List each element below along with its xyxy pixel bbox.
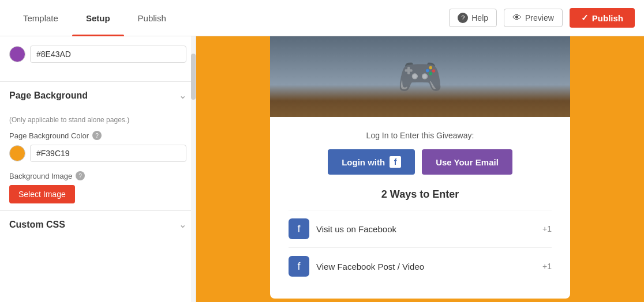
entry-label-1: View Facebook Post / Video [316, 262, 536, 271]
bg-image-help-icon[interactable]: ? [76, 171, 85, 180]
page-background-section-header[interactable]: Page Background ⌄ [0, 81, 196, 109]
entry-list: f Visit us on Facebook +1 f View Faceboo… [289, 210, 552, 285]
bg-color-help-icon[interactable]: ? [92, 131, 102, 140]
top-color-row: #8E43AD [9, 46, 186, 63]
login-with-text: Login with [342, 157, 385, 167]
bg-color-swatch[interactable] [9, 145, 25, 161]
check-icon: ✓ [581, 13, 589, 23]
bg-image-field-label: Background Image ? [9, 171, 186, 180]
facebook-icon: f [390, 156, 401, 168]
question-icon: ? [458, 13, 468, 23]
preview-label: Preview [525, 13, 554, 22]
left-panel: #8E43AD Page Background ⌄ (Only applicab… [0, 36, 196, 302]
facebook-login-button[interactable]: Login with f [328, 149, 415, 175]
top-color-swatch[interactable] [9, 46, 25, 62]
preview-content: Log In to Enter this Giveaway: Login wit… [270, 117, 570, 299]
email-login-button[interactable]: Use Your Email [422, 149, 512, 175]
entry-facebook-icon-0: f [289, 218, 309, 239]
eye-icon: 👁 [512, 13, 522, 23]
entry-points-1: +1 [542, 262, 552, 271]
preview-image [270, 36, 570, 117]
page-background-body: (Only applicable to stand alone pages.) … [0, 109, 196, 210]
top-color-input[interactable]: #8E43AD [30, 46, 186, 63]
tab-template[interactable]: Template [9, 0, 72, 36]
section-note: (Only applicable to stand alone pages.) [9, 116, 186, 124]
custom-css-chevron-icon: ⌄ [179, 219, 186, 230]
login-prompt: Log In to Enter this Giveaway: [289, 131, 552, 140]
custom-css-title: Custom CSS [9, 220, 65, 230]
publish-button[interactable]: ✓ Publish [570, 8, 635, 28]
bg-color-label-text: Page Background Color [9, 131, 89, 140]
ways-to-enter-title: 2 Ways to Enter [289, 188, 552, 201]
help-button[interactable]: ? Help [449, 9, 497, 27]
bg-color-input[interactable]: #F39C19 [30, 145, 186, 162]
login-buttons: Login with f Use Your Email [289, 149, 552, 175]
entry-item-facebook-visit: f Visit us on Facebook +1 [289, 210, 552, 247]
publish-label: Publish [592, 13, 623, 23]
bg-color-row: #F39C19 [9, 145, 186, 162]
gaming-devices-image [270, 36, 570, 117]
nav-tabs: Template Setup Publish [9, 0, 180, 36]
top-bar: Template Setup Publish ? Help 👁 Preview … [0, 0, 644, 36]
preview-button[interactable]: 👁 Preview [504, 9, 563, 27]
bg-image-label-text: Background Image [9, 172, 72, 180]
select-image-button[interactable]: Select Image [9, 185, 75, 203]
scrollbar-track[interactable] [191, 36, 196, 302]
scrollbar-thumb[interactable] [191, 54, 196, 100]
top-bar-actions: ? Help 👁 Preview ✓ Publish [449, 8, 635, 28]
help-label: Help [471, 13, 488, 22]
right-preview: Log In to Enter this Giveaway: Login wit… [196, 36, 644, 302]
entry-facebook-icon-1: f [289, 256, 309, 277]
bg-color-field-label: Page Background Color ? [9, 131, 186, 140]
preview-card: Log In to Enter this Giveaway: Login wit… [270, 36, 570, 299]
custom-css-section-header[interactable]: Custom CSS ⌄ [0, 210, 196, 238]
tab-setup[interactable]: Setup [72, 0, 124, 36]
tab-publish[interactable]: Publish [124, 0, 180, 36]
entry-item-facebook-post: f View Facebook Post / Video +1 [289, 247, 552, 285]
entry-label-0: Visit us on Facebook [316, 224, 536, 234]
chevron-down-icon: ⌄ [179, 90, 186, 101]
entry-points-0: +1 [542, 224, 552, 233]
main-layout: #8E43AD Page Background ⌄ (Only applicab… [0, 36, 644, 302]
page-background-title: Page Background [9, 90, 88, 101]
